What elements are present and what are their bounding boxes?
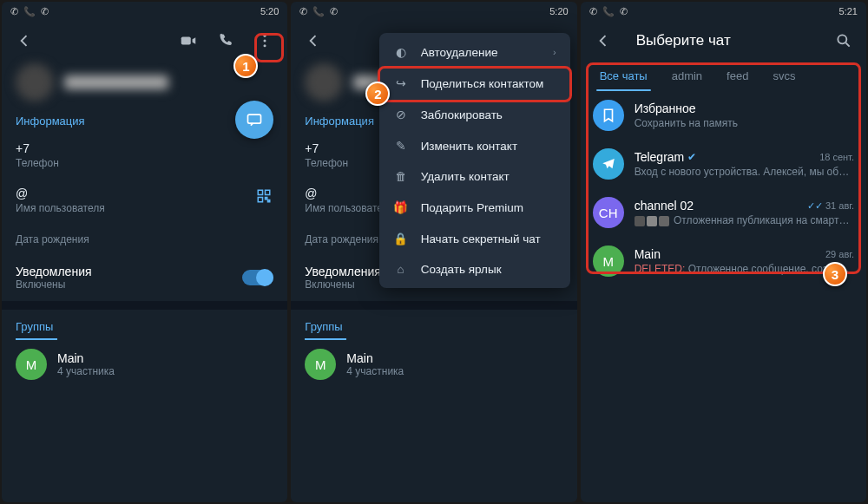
chat-date: ✓✓31 авг. bbox=[807, 200, 854, 212]
message-fab[interactable] bbox=[235, 101, 273, 139]
birthday-row[interactable]: Дата рождения bbox=[2, 223, 287, 254]
groups-header: Группы bbox=[291, 310, 576, 338]
trash-icon: 🗑 bbox=[393, 170, 409, 183]
menu-gift-premium[interactable]: 🎁 Подарить Premium bbox=[379, 192, 570, 223]
call-button[interactable] bbox=[211, 25, 242, 56]
callout-3-badge: 3 bbox=[823, 262, 847, 286]
username-value: @ bbox=[16, 187, 273, 200]
search-button[interactable] bbox=[828, 25, 859, 56]
block-icon: ⊘ bbox=[393, 108, 409, 121]
svg-rect-8 bbox=[266, 198, 267, 200]
screenshot-3: ✆ 📞 ✆ 5:21 Выберите чат Все чаты admin f… bbox=[581, 2, 866, 502]
notifications-row[interactable]: Уведомления Включены bbox=[2, 254, 287, 301]
divider bbox=[291, 301, 576, 310]
menu-edit-contact[interactable]: ✎ Изменить контакт bbox=[379, 130, 570, 161]
share-icon: ↪ bbox=[393, 76, 409, 90]
context-menu: ◐ Автоудаление › ↪ Поделиться контактом … bbox=[379, 33, 570, 288]
svg-point-2 bbox=[264, 40, 266, 43]
viber-icon: ✆ bbox=[620, 6, 628, 17]
phone-icon: 📞 bbox=[312, 6, 325, 17]
timer-icon: ◐ bbox=[393, 45, 409, 59]
pencil-icon: ✎ bbox=[393, 139, 409, 153]
notif-toggle[interactable] bbox=[242, 270, 273, 285]
group-item[interactable]: M Main 4 участника bbox=[2, 340, 287, 389]
home-icon: ⌂ bbox=[393, 263, 409, 276]
clock: 5:20 bbox=[549, 6, 568, 16]
svg-point-10 bbox=[838, 35, 846, 43]
chat-avatar: CH bbox=[593, 197, 624, 228]
phone-value: +7 bbox=[16, 141, 273, 155]
verified-icon: ✔ bbox=[687, 151, 696, 163]
svg-rect-5 bbox=[259, 190, 263, 194]
group-members: 4 участника bbox=[57, 365, 115, 377]
group-name: Main bbox=[346, 351, 404, 365]
folder-tabs: Все чаты admin feed svcs bbox=[581, 61, 866, 91]
qr-icon[interactable] bbox=[256, 188, 272, 204]
menu-secret-chat[interactable]: 🔒 Начать секретный чат bbox=[379, 223, 570, 254]
svg-rect-7 bbox=[259, 198, 263, 202]
phone-icon: 📞 bbox=[602, 6, 615, 17]
tab-svcs[interactable]: svcs bbox=[760, 61, 807, 91]
whatsapp-icon: ✆ bbox=[10, 6, 18, 17]
back-button[interactable] bbox=[298, 25, 329, 56]
phone-label: Телефон bbox=[16, 157, 273, 169]
tab-all-chats[interactable]: Все чаты bbox=[588, 61, 660, 91]
clock: 5:21 bbox=[839, 6, 858, 16]
video-call-button[interactable] bbox=[173, 25, 204, 56]
chat-preview: Вход с нового устройства. Алексей, мы об… bbox=[635, 166, 854, 178]
more-options-button[interactable] bbox=[249, 25, 280, 56]
menu-shortcut[interactable]: ⌂ Создать ярлык bbox=[379, 254, 570, 285]
menu-label: Заблокировать bbox=[421, 108, 503, 121]
group-members: 4 участника bbox=[346, 365, 404, 377]
status-bar: ✆ 📞 ✆ 5:21 bbox=[581, 2, 866, 21]
menu-label: Поделиться контактом bbox=[421, 77, 544, 90]
screenshot-2: ✆ 📞 ✆ 5:20 Информация +7 Телефон @ Имя п… bbox=[291, 2, 576, 502]
viber-icon: ✆ bbox=[41, 6, 49, 17]
menu-autodelete[interactable]: ◐ Автоудаление › bbox=[379, 36, 570, 68]
group-item[interactable]: M Main 4 участника bbox=[291, 340, 576, 389]
media-thumb bbox=[659, 216, 669, 226]
profile-name bbox=[64, 75, 168, 89]
page-title: Выберите чат bbox=[636, 32, 821, 49]
chat-telegram[interactable]: Telegram ✔ 18 сент. Вход с нового устрой… bbox=[581, 140, 866, 188]
chat-name: channel 02 bbox=[635, 199, 694, 213]
menu-label: Создать ярлык bbox=[421, 263, 502, 276]
phone-row[interactable]: +7 Телефон bbox=[2, 133, 287, 178]
chat-date: 18 сент. bbox=[819, 152, 854, 162]
tab-feed[interactable]: feed bbox=[714, 61, 760, 91]
notif-label: Уведомления bbox=[16, 265, 242, 278]
groups-header: Группы bbox=[2, 310, 287, 338]
svg-rect-6 bbox=[266, 190, 270, 194]
back-button[interactable] bbox=[588, 25, 619, 56]
status-bar: ✆ 📞 ✆ 5:20 bbox=[2, 2, 287, 21]
group-avatar: M bbox=[305, 349, 336, 380]
chat-preview: Сохранить на память bbox=[635, 117, 854, 129]
gift-icon: 🎁 bbox=[393, 200, 409, 214]
svg-point-1 bbox=[264, 35, 266, 37]
menu-label: Подарить Premium bbox=[421, 201, 523, 214]
menu-share-contact[interactable]: ↪ Поделиться контактом bbox=[379, 68, 570, 99]
tab-admin[interactable]: admin bbox=[660, 61, 714, 91]
profile-avatar bbox=[305, 63, 343, 101]
group-avatar: M bbox=[16, 349, 47, 380]
status-bar: ✆ 📞 ✆ 5:20 bbox=[291, 2, 576, 21]
notif-state: Включены bbox=[16, 278, 242, 291]
media-thumb bbox=[647, 216, 657, 226]
menu-block[interactable]: ⊘ Заблокировать bbox=[379, 99, 570, 130]
viber-icon: ✆ bbox=[330, 6, 338, 17]
chat-name: Telegram bbox=[635, 150, 685, 164]
menu-delete-contact[interactable]: 🗑 Удалить контакт bbox=[379, 161, 570, 192]
svg-rect-9 bbox=[268, 200, 270, 202]
phone-icon: 📞 bbox=[23, 6, 36, 17]
chat-channel-02[interactable]: CH channel 02 ✓✓31 авг. Отложенная публи… bbox=[581, 188, 866, 237]
username-row[interactable]: @ Имя пользователя bbox=[2, 178, 287, 223]
chat-saved-messages[interactable]: Избранное Сохранить на память bbox=[581, 91, 866, 140]
menu-label: Начать секретный чат bbox=[421, 232, 541, 245]
telegram-icon bbox=[593, 148, 624, 180]
menu-label: Изменить контакт bbox=[421, 140, 517, 153]
bookmark-icon bbox=[593, 100, 624, 131]
chat-avatar: M bbox=[593, 245, 624, 277]
svg-rect-4 bbox=[248, 115, 261, 123]
back-button[interactable] bbox=[9, 25, 40, 56]
top-bar: Выберите чат bbox=[581, 21, 866, 61]
